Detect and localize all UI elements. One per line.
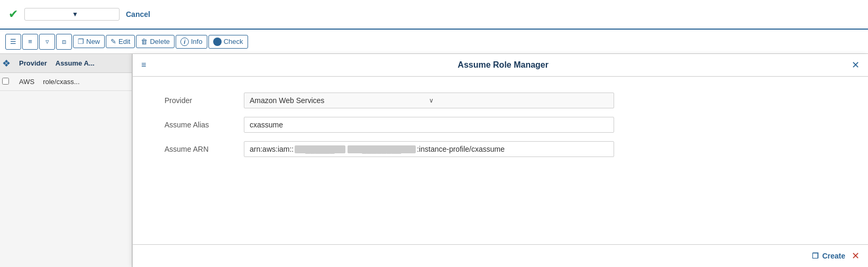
row-checkbox[interactable]	[2, 78, 13, 86]
list-view-2-icon: ≡	[28, 38, 32, 45]
confirm-check-icon[interactable]: ✔	[8, 7, 18, 21]
form-row-provider: Provider Amazon Web Services ∨	[165, 93, 836, 108]
create-icon: ❐	[812, 252, 819, 260]
grid-icon: ❖	[2, 58, 11, 69]
toolbar-delete-button[interactable]: 🗑 Delete	[136, 35, 175, 48]
toolbar-filter-button[interactable]: ▿	[39, 34, 55, 50]
toolbar-list-view-2-button[interactable]: ≡	[22, 34, 38, 50]
modal-close-button[interactable]: ✕	[852, 59, 860, 71]
cell-provider: AWS	[15, 76, 39, 88]
arn-prefix: arn:aws:iam::	[250, 145, 294, 153]
toolbar: ☰ ≡ ▿ ⧈ ❐ New ✎ Edit 🗑 Delete i Info Che…	[0, 30, 868, 54]
form-row-arn: Assume ARN arn:aws:iam:: ██████ ████████…	[165, 141, 836, 157]
provider-chevron-icon: ∨	[429, 97, 608, 104]
toolbar-check-button[interactable]: Check	[208, 35, 248, 49]
create-button[interactable]: ❐ Create	[812, 252, 845, 260]
alias-label: Assume Alias	[165, 121, 244, 129]
toolbar-list-view-1-button[interactable]: ☰	[5, 34, 21, 50]
provider-label: Provider	[165, 96, 244, 105]
main-area: ❖ Provider Assume A... AWS role/cxass...…	[0, 54, 868, 267]
check-label: Check	[224, 38, 243, 45]
delete-footer-button[interactable]: ✕	[852, 250, 860, 262]
arn-suffix: :instance-profile/cxassume	[417, 145, 505, 153]
filter-icon: ▿	[45, 38, 49, 45]
arn-input[interactable]: arn:aws:iam:: ██████ ████████ :instance-…	[244, 141, 614, 157]
left-panel: ❖ Provider Assume A... AWS role/cxass...	[0, 54, 132, 267]
delete-label: Delete	[150, 38, 170, 45]
check-globe-icon	[213, 38, 222, 46]
provider-select-value: Amazon Web Services	[250, 96, 429, 105]
delete-icon: 🗑	[141, 38, 148, 45]
arn-label: Assume ARN	[165, 145, 244, 153]
modal-container: ≡ Assume Role Manager ✕ Provider Amazon …	[132, 54, 868, 267]
col-header-provider: Provider	[15, 57, 51, 69]
modal-title: Assume Role Manager	[154, 60, 852, 70]
cell-assume: role/cxass...	[39, 76, 84, 88]
toolbar-info-button[interactable]: i Info	[176, 35, 207, 49]
create-label: Create	[822, 252, 845, 260]
modal-footer: ❐ Create ✕	[133, 244, 868, 267]
col-header-assume: Assume A...	[51, 57, 99, 69]
top-bar: ✔ ▼ Cancel	[0, 0, 868, 30]
modal-menu-icon[interactable]: ≡	[141, 60, 146, 70]
table-header: ❖ Provider Assume A...	[0, 54, 132, 73]
checkbox-input[interactable]	[2, 78, 9, 85]
edit-label: Edit	[118, 38, 130, 45]
new-icon: ❐	[78, 38, 84, 45]
modal-header: ≡ Assume Role Manager ✕	[133, 54, 868, 77]
top-dropdown-chevron: ▼	[72, 11, 115, 18]
toolbar-export-button[interactable]: ⧈	[56, 34, 72, 50]
info-label: Info	[191, 38, 203, 45]
cancel-button[interactable]: Cancel	[126, 10, 150, 19]
arn-redacted-1: ██████	[295, 145, 345, 153]
edit-icon: ✎	[111, 38, 116, 45]
modal-body: Provider Amazon Web Services ∨ Assume Al…	[133, 77, 868, 244]
new-label: New	[86, 38, 100, 45]
form-row-alias: Assume Alias	[165, 117, 836, 133]
info-icon: i	[180, 38, 189, 46]
right-panel: ≡ Assume Role Manager ✕ Provider Amazon …	[132, 54, 868, 267]
alias-input[interactable]	[244, 117, 614, 133]
top-dropdown[interactable]: ▼	[24, 8, 120, 21]
table-row[interactable]: AWS role/cxass...	[0, 73, 132, 91]
toolbar-edit-button[interactable]: ✎ Edit	[106, 35, 135, 48]
toolbar-new-button[interactable]: ❐ New	[73, 35, 105, 48]
list-view-1-icon: ☰	[10, 38, 16, 45]
provider-select[interactable]: Amazon Web Services ∨	[244, 93, 614, 108]
export-icon: ⧈	[62, 38, 66, 46]
arn-redacted-2: ████████	[348, 145, 416, 153]
